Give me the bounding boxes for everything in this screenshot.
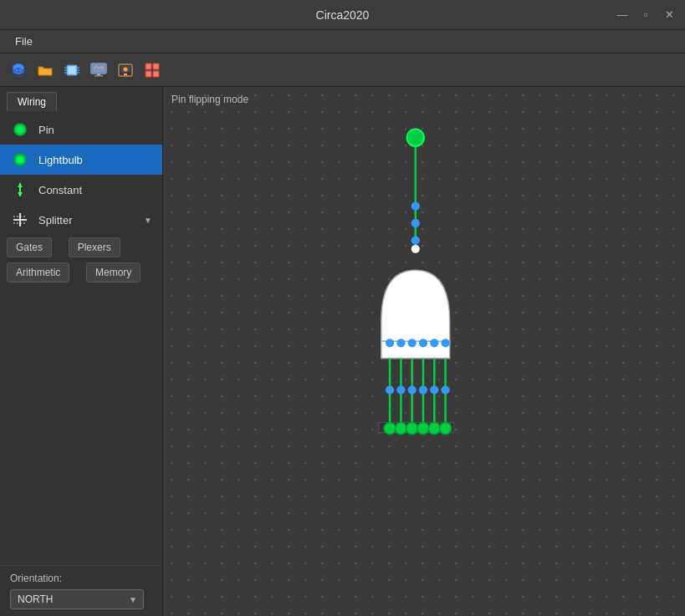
orientation-select[interactable]: NORTH SOUTH EAST WEST bbox=[10, 589, 144, 609]
orientation-select-wrapper: NORTH SOUTH EAST WEST bbox=[10, 589, 144, 609]
svg-rect-16 bbox=[95, 75, 103, 77]
orientation-section: Orientation: NORTH SOUTH EAST WEST bbox=[0, 565, 162, 616]
canvas-area[interactable]: Pin flipping mode bbox=[163, 87, 685, 616]
sidebar-tabs: Wiring bbox=[0, 87, 162, 111]
svg-rect-24 bbox=[146, 71, 151, 77]
sidebar-item-pin[interactable]: Pin bbox=[0, 115, 162, 145]
svg-rect-21 bbox=[124, 74, 127, 75]
sidebar: Wiring Pin bbox=[0, 87, 163, 616]
svg-rect-22 bbox=[146, 64, 151, 69]
toolbar-monitor[interactable] bbox=[87, 59, 110, 82]
category-memory[interactable]: Memory bbox=[86, 262, 141, 283]
toolbar-settings[interactable] bbox=[114, 59, 137, 82]
sidebar-content: Pin Lightbulb bbox=[0, 111, 162, 565]
splitter-expand-icon: ▼ bbox=[144, 216, 152, 225]
orientation-label: Orientation: bbox=[10, 573, 152, 584]
pin-icon bbox=[10, 120, 30, 140]
tab-wiring[interactable]: Wiring bbox=[7, 92, 57, 111]
toolbar-chip[interactable] bbox=[60, 59, 84, 82]
svg-rect-6 bbox=[69, 67, 75, 74]
category-gates[interactable]: Gates bbox=[7, 237, 52, 257]
toolbar-open[interactable] bbox=[33, 59, 57, 82]
svg-rect-25 bbox=[153, 71, 159, 77]
close-button[interactable]: ✕ bbox=[662, 8, 677, 21]
window-controls: — ▫ ✕ bbox=[615, 8, 677, 21]
toolbar bbox=[0, 53, 685, 87]
toolbar-new[interactable] bbox=[7, 59, 30, 82]
dot-grid bbox=[163, 87, 685, 616]
maximize-button[interactable]: ▫ bbox=[638, 8, 653, 21]
menu-file[interactable]: File bbox=[8, 35, 39, 48]
svg-marker-31 bbox=[18, 183, 23, 187]
sidebar-item-lightbulb[interactable]: Lightbulb bbox=[0, 145, 162, 175]
constant-icon bbox=[10, 180, 30, 200]
category-arithmetic[interactable]: Arithmetic bbox=[7, 262, 69, 283]
sidebar-item-splitter[interactable]: Splitter ▼ bbox=[0, 205, 162, 235]
window-title: Circa2020 bbox=[316, 8, 370, 22]
lightbulb-icon bbox=[10, 150, 30, 170]
svg-point-20 bbox=[124, 67, 128, 71]
menubar: File bbox=[0, 30, 685, 53]
splitter-icon bbox=[10, 210, 30, 230]
canvas-mode-label: Pin flipping mode bbox=[171, 94, 248, 105]
main-layout: Wiring Pin bbox=[0, 87, 685, 616]
svg-rect-23 bbox=[153, 64, 159, 69]
category-plexers[interactable]: Plexers bbox=[69, 237, 120, 257]
svg-point-29 bbox=[17, 156, 23, 163]
svg-rect-39 bbox=[163, 87, 685, 616]
svg-point-27 bbox=[17, 126, 23, 133]
titlebar: Circa2020 — ▫ ✕ bbox=[0, 0, 685, 30]
svg-marker-32 bbox=[18, 192, 23, 196]
sidebar-item-constant[interactable]: Constant bbox=[0, 175, 162, 205]
minimize-button[interactable]: — bbox=[615, 8, 630, 21]
toolbar-grid[interactable] bbox=[141, 59, 164, 82]
